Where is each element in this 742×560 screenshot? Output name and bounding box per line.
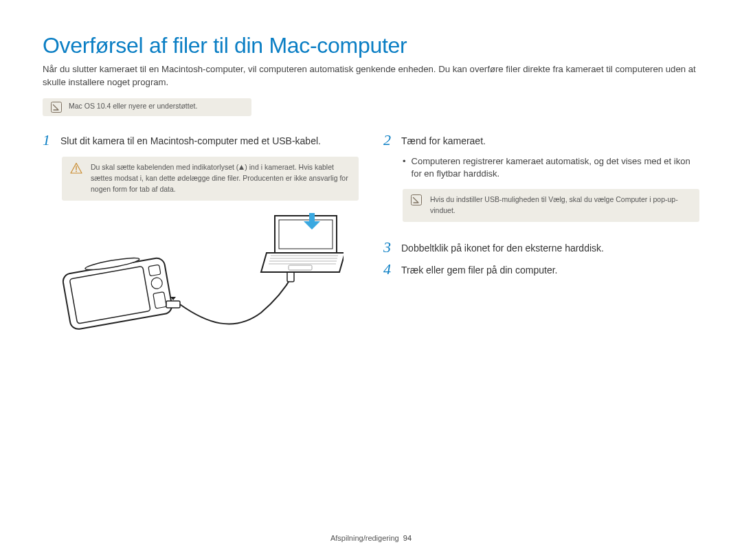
warning-icon <box>70 162 82 195</box>
step-text: Tænd for kameraet. <box>401 133 486 148</box>
intro-note: Mac OS 10.4 eller nyere er understøttet. <box>43 98 251 116</box>
svg-rect-5 <box>148 265 161 276</box>
step-number: 4 <box>383 262 394 277</box>
step-number: 2 <box>383 133 394 148</box>
intro-note-text: Mac OS 10.4 eller nyere er understøttet. <box>69 102 197 110</box>
up-triangle-icon <box>238 163 245 174</box>
step-2-bullet: • Computeren registrerer kameraet automa… <box>403 155 699 181</box>
step-4: 4 Træk eller gem filer på din computer. <box>383 262 699 277</box>
note-text: Hvis du indstiller USB-muligheden til Væ… <box>430 194 691 216</box>
step-text: Slut dit kamera til en Macintosh-compute… <box>60 133 321 148</box>
note-icon <box>411 194 422 216</box>
bullet-dot-icon: • <box>403 155 406 181</box>
step-text: Dobbeltklik på ikonet for den eksterne h… <box>401 240 604 255</box>
usb-connection-illustration <box>55 213 359 346</box>
warning-text: Du skal sætte kabelenden med indikatorly… <box>91 162 350 195</box>
warning-box: Du skal sætte kabelenden med indikatorly… <box>62 157 359 201</box>
svg-rect-7 <box>153 291 167 308</box>
svg-point-2 <box>76 170 77 172</box>
bullet-text: Computeren registrerer kameraet automati… <box>412 155 699 181</box>
step-text: Træk eller gem filer på din computer. <box>401 262 557 277</box>
footer-page-number: 94 <box>403 534 412 542</box>
step-number: 1 <box>43 133 54 148</box>
note-box: Hvis du indstiller USB-muligheden til Væ… <box>403 189 699 222</box>
svg-rect-0 <box>52 102 62 113</box>
svg-rect-11 <box>279 220 333 249</box>
right-column: 2 Tænd for kameraet. • Computeren regist… <box>383 133 699 346</box>
step-number: 3 <box>383 240 394 255</box>
page-title: Overførsel af filer til din Mac-computer <box>43 33 699 58</box>
page-footer: Afspilning/redigering 94 <box>0 534 742 542</box>
step-3: 3 Dobbeltklik på ikonet for den eksterne… <box>383 240 699 255</box>
step-1: 1 Slut dit kamera til en Macintosh-compu… <box>43 133 359 148</box>
step-2: 2 Tænd for kameraet. <box>383 133 699 148</box>
footer-section: Afspilning/redigering <box>330 534 399 542</box>
svg-rect-9 <box>166 301 180 308</box>
note-icon <box>51 102 62 113</box>
intro-text: Når du slutter kameraet til en Macintosh… <box>43 63 699 89</box>
left-column: 1 Slut dit kamera til en Macintosh-compu… <box>43 133 359 346</box>
svg-rect-16 <box>289 265 312 270</box>
svg-rect-17 <box>412 195 422 205</box>
